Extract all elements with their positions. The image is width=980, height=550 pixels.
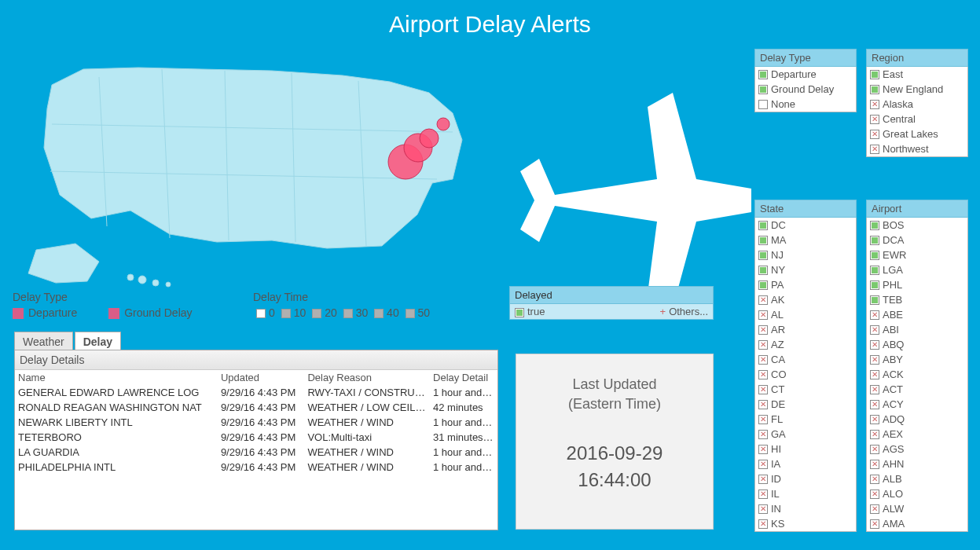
filter-delay-type-title: Delay Type: [754, 49, 857, 67]
filter-option-state[interactable]: NY: [755, 262, 856, 277]
filter-option-state[interactable]: CT: [755, 382, 856, 397]
table-row[interactable]: TETERBORO9/29/16 4:43 PMVOL:Multi-taxi31…: [15, 430, 497, 445]
last-updated-time: 16:44:00: [516, 469, 713, 491]
last-updated-label: Last Updated: [516, 375, 713, 394]
legend-time-title: Delay Time: [253, 291, 430, 303]
map-bubble-bos[interactable]: [437, 118, 450, 130]
table-row[interactable]: LA GUARDIA9/29/16 4:43 PMWEATHER / WIND1…: [15, 445, 497, 460]
filter-option-state[interactable]: AZ: [755, 337, 856, 352]
last-updated-card: Last Updated (Eastern Time) 2016-09-29 1…: [516, 354, 714, 530]
filter-option-region[interactable]: East: [867, 67, 967, 82]
table-row[interactable]: NEWARK LIBERTY INTL9/29/16 4:43 PMWEATHE…: [15, 415, 497, 430]
filter-option-airport[interactable]: ABE: [867, 307, 967, 322]
filter-option-state[interactable]: HI: [755, 442, 856, 456]
legend-departure: Departure: [28, 306, 77, 319]
filter-option-delay-type[interactable]: None: [755, 97, 856, 112]
filter-option-state[interactable]: KS: [755, 516, 856, 531]
filter-option-state[interactable]: CO: [755, 367, 856, 382]
filter-state: State DCMANJNYPAAKALARAZCACOCTDEFLGAHIIA…: [754, 200, 857, 545]
table-col-header[interactable]: Delay Detail: [430, 370, 497, 385]
filter-option-state[interactable]: IL: [755, 486, 856, 501]
filter-option-state[interactable]: AL: [755, 307, 856, 322]
filter-option-state[interactable]: ID: [755, 471, 856, 486]
table-col-header[interactable]: Delay Reason: [304, 370, 430, 385]
filter-option-airport[interactable]: AGS: [867, 442, 967, 456]
filter-state-title: State: [754, 200, 857, 218]
filter-option-airport[interactable]: ACK: [867, 367, 967, 382]
filter-option-region[interactable]: Alaska: [867, 97, 967, 112]
filter-option-airport[interactable]: PHL: [867, 277, 967, 292]
filter-option-state[interactable]: DC: [755, 218, 856, 233]
svg-point-9: [152, 280, 159, 286]
us-map[interactable]: [13, 38, 500, 289]
filter-option-region[interactable]: New England: [867, 82, 967, 97]
table-row[interactable]: GENERAL EDWARD LAWRENCE LOG9/29/16 4:43 …: [15, 385, 497, 400]
delayed-filter: Delayed true +Others...: [509, 286, 714, 320]
filter-region: Region EastNew EnglandAlaskaCentralGreat…: [866, 49, 968, 157]
filter-option-airport[interactable]: ABY: [867, 352, 967, 367]
svg-point-8: [138, 276, 146, 284]
filter-option-airport[interactable]: ALB: [867, 471, 967, 486]
map-container: [13, 38, 720, 289]
filter-option-airport[interactable]: ABI: [867, 322, 967, 337]
table-title: Delay Details: [15, 350, 497, 370]
filter-option-state[interactable]: FL: [755, 412, 856, 427]
last-updated-tz: (Eastern Time): [516, 394, 713, 414]
filter-option-state[interactable]: DE: [755, 397, 856, 412]
filter-option-airport[interactable]: ALW: [867, 501, 967, 516]
legend-delay-type: Delay Type Departure Ground Delay: [13, 291, 221, 319]
filter-option-airport[interactable]: AEX: [867, 427, 967, 442]
filter-option-airport[interactable]: ADQ: [867, 412, 967, 427]
filter-option-state[interactable]: MA: [755, 233, 856, 248]
delay-table: Delay Details NameUpdatedDelay ReasonDel…: [14, 350, 498, 530]
filter-delay-type: Delay Type DepartureGround DelayNone: [754, 49, 857, 112]
svg-point-10: [166, 282, 171, 287]
legend-ground-delay: Ground Delay: [124, 306, 192, 319]
delayed-others-option[interactable]: +Others...: [660, 306, 708, 317]
filter-option-airport[interactable]: AMA: [867, 516, 967, 531]
page-title: Airport Delay Alerts: [0, 11, 980, 38]
filter-option-state[interactable]: AK: [755, 292, 856, 307]
filter-option-region[interactable]: Northwest: [867, 141, 967, 156]
delayed-filter-title: Delayed: [509, 286, 714, 304]
svg-point-7: [127, 274, 134, 280]
filter-airport: Airport BOSDCAEWRLGAPHLTEBABEABIABQABYAC…: [866, 200, 968, 545]
filter-option-state[interactable]: IA: [755, 456, 856, 471]
table-row[interactable]: RONALD REAGAN WASHINGTON NAT9/29/16 4:43…: [15, 400, 497, 415]
filter-option-delay-type[interactable]: Departure: [755, 67, 856, 82]
filter-option-airport[interactable]: TEB: [867, 292, 967, 307]
filter-option-state[interactable]: NJ: [755, 248, 856, 262]
filter-option-region[interactable]: Central: [867, 112, 967, 126]
filter-region-title: Region: [866, 49, 968, 67]
filter-option-region[interactable]: Great Lakes: [867, 126, 967, 141]
delayed-true-option[interactable]: true: [515, 306, 545, 317]
filter-option-airport[interactable]: LGA: [867, 262, 967, 277]
airplane-icon: [516, 85, 759, 321]
filter-option-state[interactable]: IN: [755, 501, 856, 516]
last-updated-date: 2016-09-29: [516, 442, 713, 464]
table-row[interactable]: PHILADELPHIA INTL9/29/16 4:43 PMWEATHER …: [15, 460, 497, 475]
tab-weather[interactable]: Weather: [14, 332, 73, 351]
filter-option-airport[interactable]: DCA: [867, 233, 967, 248]
filter-option-airport[interactable]: ALO: [867, 486, 967, 501]
filter-option-state[interactable]: CA: [755, 352, 856, 367]
tab-delay[interactable]: Delay: [75, 332, 121, 351]
filter-option-airport[interactable]: ACT: [867, 382, 967, 397]
filter-option-state[interactable]: AR: [755, 322, 856, 337]
filter-option-airport[interactable]: EWR: [867, 248, 967, 262]
filter-option-state[interactable]: GA: [755, 427, 856, 442]
filter-option-airport[interactable]: ABQ: [867, 337, 967, 352]
legend-delay-time: Delay Time 0 10 20 30 40 50: [253, 291, 430, 319]
legend-type-title: Delay Type: [13, 291, 221, 303]
map-bubble-ewr[interactable]: [420, 129, 439, 148]
filter-airport-title: Airport: [866, 200, 968, 218]
filter-option-delay-type[interactable]: Ground Delay: [755, 82, 856, 97]
filter-option-airport[interactable]: AHN: [867, 456, 967, 471]
filter-option-airport[interactable]: ACY: [867, 397, 967, 412]
filter-option-airport[interactable]: BOS: [867, 218, 967, 233]
filter-option-state[interactable]: PA: [755, 277, 856, 292]
table-col-header[interactable]: Updated: [218, 370, 305, 385]
table-col-header[interactable]: Name: [15, 370, 218, 385]
